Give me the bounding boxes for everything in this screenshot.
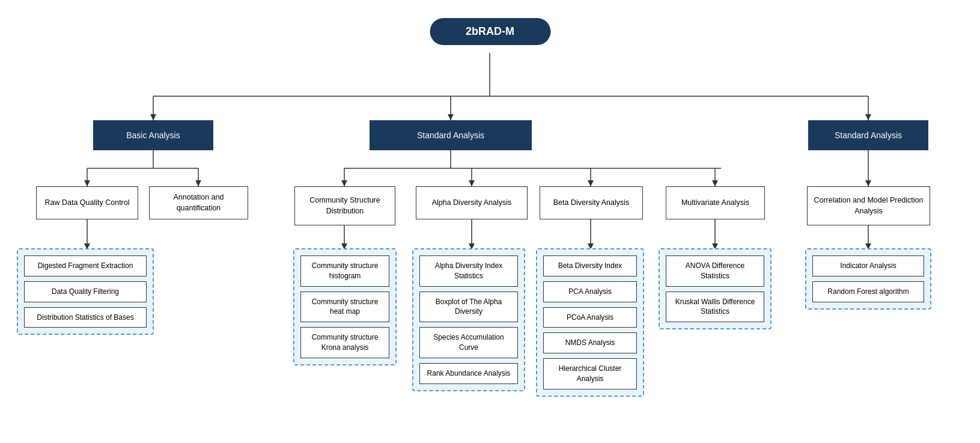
rank-abundance-item: Rank Abundance Analysis [419, 363, 518, 384]
alpha-node: Alpha Diversity Analysis [416, 186, 528, 219]
standard-analysis-1-node: Standard Analysis [370, 120, 532, 150]
annotation-node: Annotation and quantification [149, 186, 248, 219]
alpha-index-item: Alpha Diversity Index Statistics [419, 255, 518, 287]
pca-analysis-item: PCA Analysis [543, 281, 637, 302]
species-accumulation-item: Species Accumulation Curve [419, 327, 518, 358]
basic-dashed-container: Digested Fragment Extraction Data Qualit… [17, 248, 154, 335]
svg-marker-13 [195, 180, 201, 186]
rawdata-node: Raw Data Quality Control [36, 186, 138, 219]
random-forest-item: Random Forest algorithm [812, 281, 924, 302]
community-heatmap-item: Community structure heat map [300, 292, 389, 323]
svg-marker-12 [84, 180, 90, 186]
beta-index-item: Beta Diversity Index [543, 255, 637, 276]
kruskal-item: Kruskal Wallis Difference Statistics [666, 292, 764, 323]
nmds-analysis-item: NMDS Analysis [543, 332, 637, 353]
distribution-statistics-item: Distribution Statistics of Bases [24, 307, 147, 328]
indicator-analysis-item: Indicator Analysis [812, 255, 924, 276]
basic-analysis-node: Basic Analysis [93, 120, 213, 150]
anova-item: ANOVA Difference Statistics [666, 255, 764, 287]
svg-marker-25 [712, 180, 718, 186]
boxplot-alpha-item: Boxplot of The Alpha Diversity [419, 292, 518, 323]
svg-marker-35 [865, 180, 871, 186]
svg-marker-23 [469, 180, 475, 186]
community-histogram-item: Community structure histogram [300, 255, 389, 287]
correlation-node: Correlation and Model Prediction Analysi… [807, 186, 930, 225]
svg-marker-6 [448, 114, 454, 120]
beta-node: Beta Diversity Analysis [540, 186, 643, 219]
svg-marker-7 [865, 114, 871, 120]
beta-dashed-container: Beta Diversity Index PCA Analysis PCoA A… [536, 248, 644, 397]
multivariate-node: Multivariate Analysis [666, 186, 765, 219]
community-dashed-container: Community structure histogram Community … [293, 248, 397, 365]
hierarchical-cluster-item: Hierarchical Cluster Analysis [543, 358, 637, 390]
svg-marker-5 [150, 114, 156, 120]
digested-fragment-item: Digested Fragment Extraction [24, 255, 147, 276]
root-node: 2bRAD-M [430, 18, 550, 45]
pcoa-analysis-item: PCoA Analysis [543, 307, 637, 328]
svg-marker-22 [341, 180, 347, 186]
standard-analysis-2-node: Standard Analysis [808, 120, 928, 150]
alpha-dashed-container: Alpha Diversity Index Statistics Boxplot… [412, 248, 525, 391]
community-node: Community Structure Distribution [294, 186, 395, 225]
diagram: 2bRAD-M Basic Analysis Standard Analysis… [0, 0, 980, 443]
community-krona-item: Community structure Krona analysis [300, 327, 389, 358]
data-quality-filtering-item: Data Quality Filtering [24, 281, 147, 302]
multivariate-dashed-container: ANOVA Difference Statistics Kruskal Wall… [659, 248, 772, 329]
correlation-dashed-container: Indicator Analysis Random Forest algorit… [805, 248, 931, 310]
svg-marker-24 [588, 180, 594, 186]
